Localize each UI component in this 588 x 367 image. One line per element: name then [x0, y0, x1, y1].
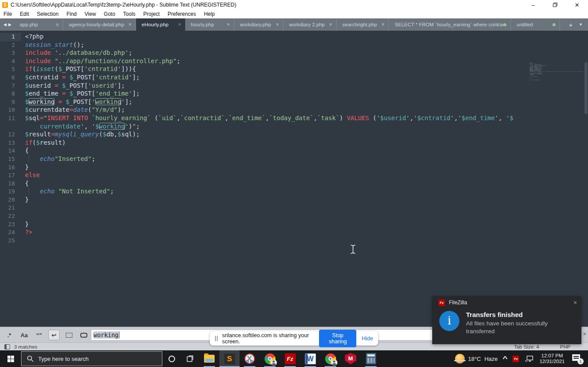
- taskbar-chrome-profile-1[interactable]: [260, 350, 280, 367]
- code-line: 14{: [0, 146, 588, 155]
- tray-filezilla-icon[interactable]: Fz: [513, 356, 519, 362]
- wrap-toggle[interactable]: ↩: [48, 330, 60, 340]
- tab-agency-hourly-detail-php[interactable]: agency-hourly-detail.php×: [63, 18, 136, 31]
- code-view[interactable]: 1<?php2session_start();3include '../data…: [0, 31, 588, 244]
- code-line: 9$working = $_POST['working'];: [0, 98, 588, 106]
- editor-scrollbar[interactable]: [584, 62, 588, 327]
- cortana-icon: [169, 356, 175, 362]
- close-button[interactable]: ✕: [574, 2, 580, 8]
- tab-close-icon[interactable]: ×: [128, 21, 132, 28]
- highlight-matches-toggle[interactable]: [78, 330, 90, 340]
- line-number: 17: [0, 171, 21, 180]
- tab-searchright-php[interactable]: searchright.php×: [337, 18, 389, 31]
- tab-label: agency-hourly-detail.php: [69, 22, 128, 27]
- tray-date: 12/31/2021: [539, 359, 565, 364]
- in-selection-toggle[interactable]: [63, 330, 75, 340]
- taskbar-file-explorer[interactable]: [199, 350, 219, 367]
- panel-toggle-icon[interactable]: [4, 344, 10, 349]
- windows-logo-icon: [7, 356, 14, 362]
- tray-expand-icon[interactable]: ^: [503, 355, 508, 362]
- tab-nav-forward-icon[interactable]: ▶: [8, 22, 11, 27]
- taskbar-filezilla[interactable]: Fz: [280, 350, 300, 367]
- whole-word-toggle[interactable]: “”: [33, 330, 45, 340]
- line-number: 15: [0, 155, 21, 164]
- taskbar-chrome-profile-2[interactable]: [320, 350, 341, 367]
- tab-nav-back-icon[interactable]: ◀: [4, 22, 7, 27]
- find-query-text: working: [93, 331, 118, 338]
- line-number: 11: [0, 114, 21, 123]
- action-center-button[interactable]: 1: [570, 353, 584, 364]
- line-number: 24: [0, 228, 21, 237]
- menu-project[interactable]: Project: [143, 11, 160, 17]
- hide-link[interactable]: Hide: [362, 335, 373, 342]
- weather-condition: Haze: [484, 356, 498, 362]
- case-sensitive-toggle[interactable]: Aa: [18, 330, 30, 340]
- tab-untitled[interactable]: untitled: [511, 18, 560, 31]
- menu-tools[interactable]: Tools: [123, 11, 136, 17]
- clock[interactable]: 12:07 PM 12/31/2021: [539, 353, 565, 364]
- start-button[interactable]: [0, 350, 21, 367]
- tab-label: eHourly.php: [142, 22, 172, 27]
- code-line: 13if($result): [0, 139, 588, 147]
- tab-select-from-hourly-earning-where-contractid-1[interactable]: SELECT * FROM `hourly_earning` where con…: [389, 18, 511, 31]
- tab-close-icon[interactable]: ×: [226, 21, 230, 28]
- in-selection-icon: [66, 333, 72, 338]
- regex-toggle[interactable]: .*: [4, 330, 15, 340]
- syntax-indicator[interactable]: PHP: [560, 344, 570, 349]
- tab-close-icon[interactable]: ×: [328, 21, 332, 28]
- tab-size-indicator[interactable]: Tab Size: 4: [514, 344, 539, 349]
- tab-app-php[interactable]: app.php: [14, 18, 63, 31]
- drag-handle-icon[interactable]: [215, 336, 218, 341]
- menu-selection[interactable]: Selection: [37, 11, 58, 17]
- find-panel-close-icon[interactable]: ×: [583, 331, 586, 337]
- notification-badge: 1: [577, 358, 584, 364]
- tab-hourly-php[interactable]: hourly.php×: [185, 18, 234, 31]
- network-icon[interactable]: [525, 355, 534, 363]
- taskbar-search[interactable]: Type here to search: [21, 351, 162, 366]
- minimap[interactable]: <?phpsession_start();include '../databas…: [529, 62, 584, 90]
- menu-help[interactable]: Help: [204, 11, 215, 17]
- tab-label: untitled: [516, 22, 536, 27]
- menu-find[interactable]: Find: [66, 11, 76, 17]
- code-line: 16}: [0, 163, 588, 171]
- tab-close-icon[interactable]: ×: [275, 21, 279, 28]
- weather-widget[interactable]: 18°C Haze: [455, 354, 498, 363]
- menu-file[interactable]: File: [4, 11, 12, 17]
- taskbar-sublime-text[interactable]: S: [219, 350, 240, 367]
- chrome-icon: [325, 353, 336, 364]
- tab-ehourly-php[interactable]: eHourly.php×: [136, 18, 185, 31]
- tab-workdiary-2-php[interactable]: workdiary 2.php×: [283, 18, 337, 31]
- tab-modified-dot-icon: [503, 23, 506, 26]
- mcafee-icon: M: [345, 353, 356, 364]
- menu-view[interactable]: View: [85, 11, 96, 17]
- filezilla-icon: Fz: [285, 353, 296, 364]
- code-line: 22: [0, 212, 588, 220]
- minimize-button[interactable]: –: [530, 2, 536, 8]
- sublime-text-icon: S: [224, 353, 235, 364]
- notification-close-icon[interactable]: ×: [574, 299, 577, 306]
- tab-workdiary-php[interactable]: workdiary.php×: [234, 18, 283, 31]
- taskbar-word[interactable]: W: [300, 350, 320, 367]
- tab-close-icon[interactable]: ×: [380, 21, 384, 28]
- tab-overflow-icon[interactable]: ▼: [579, 22, 583, 27]
- scrollbar-thumb[interactable]: [584, 62, 588, 114]
- line-number: 10: [0, 106, 21, 114]
- line-number: 1: [0, 33, 21, 41]
- taskbar-mcafee[interactable]: M: [341, 350, 361, 367]
- line-number: 12: [0, 131, 21, 139]
- stop-sharing-button[interactable]: Stop sharing: [319, 330, 356, 347]
- tab-close-icon[interactable]: ×: [177, 21, 181, 28]
- menu-edit[interactable]: Edit: [20, 11, 29, 17]
- restore-button[interactable]: [553, 3, 557, 7]
- new-tab-button[interactable]: +: [569, 21, 573, 29]
- line-number: 7: [0, 82, 21, 90]
- cortana-button[interactable]: [162, 350, 181, 367]
- taskbar-calculator[interactable]: [361, 350, 381, 367]
- tab-modified-dot-icon: [552, 23, 556, 26]
- menu-goto[interactable]: Goto: [104, 11, 115, 17]
- menu-preferences[interactable]: Preferences: [168, 11, 196, 17]
- task-view-button[interactable]: [181, 350, 199, 367]
- editor-area[interactable]: 1<?php2session_start();3include '../data…: [0, 31, 588, 327]
- system-tray: 18°C Haze ^ Fz 12:07 PM 12/31/2021 1: [455, 350, 588, 367]
- taskbar-snipping-tool[interactable]: [240, 350, 260, 367]
